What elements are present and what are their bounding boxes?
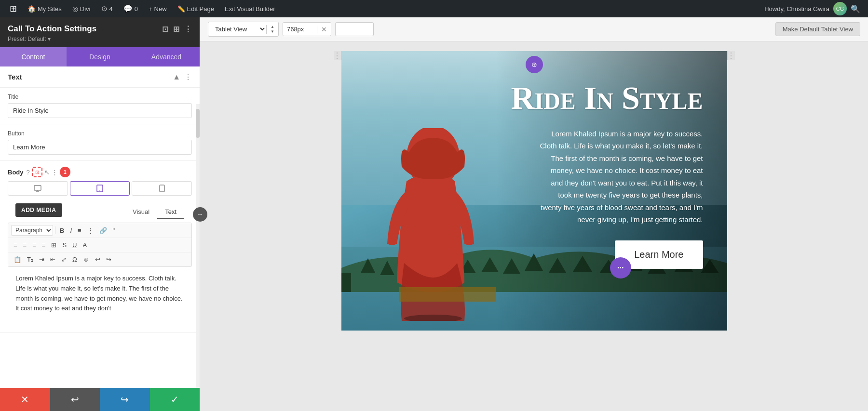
section-more-icon[interactable]: ⋮ <box>184 72 192 81</box>
divi-menu[interactable]: ◎ Divi <box>68 0 95 17</box>
exit-builder-button[interactable]: Exit Visual Builder <box>221 0 279 17</box>
new-button[interactable]: + New <box>145 0 171 17</box>
title-input[interactable] <box>8 103 192 118</box>
section-text-title: Text <box>8 73 22 81</box>
undo-editor-button[interactable]: ↩ <box>93 254 103 265</box>
body-cursor-icon[interactable]: ↖ <box>44 169 50 176</box>
width-clear-button[interactable]: ✕ <box>317 26 331 33</box>
redo-editor-button[interactable]: ↪ <box>104 254 114 265</box>
section-text-header: Text ▲ ⋮ <box>0 66 200 88</box>
editor-toolbar: Paragraph Heading 1 Heading 2 B I ≡ ⋮ 🔗 … <box>8 223 192 267</box>
outdent-button[interactable]: ⇤ <box>48 254 58 265</box>
preview-area: Tablet View Desktop View Phone View ▲ ▼ … <box>200 17 868 411</box>
color-button[interactable]: A <box>80 240 89 250</box>
tab-content[interactable]: Content <box>0 47 67 66</box>
tab-design[interactable]: Design <box>67 47 133 66</box>
strikethrough-button[interactable]: S <box>60 240 69 250</box>
panel-header-icons: ⊡ ⊞ ⋮ <box>162 25 192 34</box>
panel-menu-icon[interactable]: ⋮ <box>184 25 192 34</box>
close-button[interactable]: ✕ <box>0 388 50 411</box>
search-icon[interactable]: 🔍 <box>849 2 862 15</box>
ordered-list-button[interactable]: ⋮ <box>85 225 96 236</box>
link-button[interactable]: 🔗 <box>97 225 109 236</box>
body-help-icon[interactable]: ? <box>27 169 30 176</box>
unordered-list-button[interactable]: ≡ <box>75 225 84 236</box>
toolbar-row3: 📋 T₂ ⇥ ⇤ ⤢ Ω ☺ ↩ ↪ <box>8 252 191 266</box>
align-right-button[interactable]: ≡ <box>30 240 39 250</box>
comments-counter[interactable]: 💬 0 <box>120 0 142 17</box>
user-info: Howdy, Christina Gwira CG 🔍 <box>764 2 862 15</box>
paste-button[interactable]: 📋 <box>11 254 24 265</box>
editor-tab-text[interactable]: Text <box>157 205 184 219</box>
width-input-wrapper: ✕ <box>283 22 331 36</box>
panel-grid-icon[interactable]: ⊞ <box>173 25 179 34</box>
subscript-button[interactable]: T₂ <box>25 254 36 265</box>
height-input[interactable] <box>335 22 374 36</box>
user-avatar[interactable]: CG <box>833 2 847 15</box>
tab-advanced[interactable]: Advanced <box>133 47 200 66</box>
body-device-icon[interactable]: ⊡ <box>32 167 42 177</box>
svg-point-2 <box>99 190 100 191</box>
panel-scroll-track[interactable] <box>196 104 200 388</box>
top-indicator[interactable]: ⊕ <box>526 56 543 73</box>
device-tablet[interactable] <box>70 181 130 196</box>
make-default-button[interactable]: Make Default Tablet View <box>775 22 860 36</box>
panel-preset[interactable]: Preset: Default ▾ <box>8 36 192 42</box>
underline-button[interactable]: U <box>70 240 79 250</box>
resize-handle-right[interactable] <box>727 51 735 60</box>
undo-button[interactable]: ↩ <box>50 388 100 411</box>
align-justify-button[interactable]: ≡ <box>40 240 48 250</box>
align-left-button[interactable]: ≡ <box>11 240 20 250</box>
width-input[interactable] <box>283 23 317 36</box>
resize-handle-left[interactable] <box>334 51 341 60</box>
device-toggles <box>8 181 192 196</box>
view-select[interactable]: Tablet View Desktop View Phone View <box>208 22 266 36</box>
preview-title: Ride In Style <box>511 80 703 116</box>
panel-header: Call To Action Settings ⊡ ⊞ ⋮ Preset: De… <box>0 17 200 47</box>
toolbar-divider-1 <box>55 226 55 234</box>
device-desktop[interactable] <box>8 181 68 196</box>
title-field-group: Title <box>0 88 200 124</box>
my-sites-menu[interactable]: 🏠 My Sites <box>24 0 66 17</box>
body-badge[interactable]: 1 <box>60 167 70 177</box>
edit-page-button[interactable]: ✏️ Edit Page <box>174 0 218 17</box>
italic-button[interactable]: I <box>68 225 74 236</box>
section-text-controls: ▲ ⋮ <box>173 72 192 81</box>
preview-dots-button[interactable]: ••• <box>610 257 631 278</box>
redo-button[interactable]: ↪ <box>100 388 150 411</box>
indent-button[interactable]: ⇥ <box>37 254 47 265</box>
device-mobile[interactable] <box>132 181 192 196</box>
align-center-button[interactable]: ≡ <box>21 240 29 250</box>
body-field-section: Body ? ⊡ ↖ ⋮ 1 <box>0 161 200 333</box>
preview-frame: ⊕ Ride In Style Lorem Khaled Ipsum is a … <box>200 41 868 411</box>
body-text-area[interactable]: Lorem Khaled Ipsum is a major key to suc… <box>8 269 192 327</box>
editor-view-tabs: Visual Text <box>125 205 184 219</box>
emoji-button[interactable]: ☺ <box>81 254 92 265</box>
panel-responsive-icon[interactable]: ⊡ <box>162 25 168 34</box>
body-row: Body ? ⊡ ↖ ⋮ 1 <box>8 167 192 177</box>
wp-logo[interactable]: ⊞ <box>6 0 21 17</box>
body-more-icon[interactable]: ⋮ <box>52 169 58 176</box>
fullscreen-button[interactable]: ⤢ <box>59 254 69 265</box>
blockquote-button[interactable]: " <box>110 225 118 236</box>
add-media-button[interactable]: ADD MEDIA <box>15 203 62 217</box>
confirm-button[interactable]: ✓ <box>150 388 200 411</box>
body-icons: ? ⊡ ↖ ⋮ 1 <box>27 167 70 177</box>
bottom-action-bar: ✕ ↩ ↪ ✓ <box>0 388 200 411</box>
bold-button[interactable]: B <box>57 225 67 236</box>
post-counter[interactable]: ⊙ 4 <box>97 0 117 17</box>
panel-scroll-thumb[interactable] <box>196 109 200 138</box>
paragraph-select[interactable]: Paragraph Heading 1 Heading 2 <box>11 225 53 236</box>
view-select-arrow[interactable]: ▲ ▼ <box>266 25 278 34</box>
resize-arrow[interactable]: ↔ <box>193 207 207 222</box>
section-collapse-icon[interactable]: ▲ <box>173 73 180 81</box>
special-char-button[interactable]: Ω <box>70 254 80 265</box>
title-label: Title <box>8 93 192 100</box>
table-button[interactable]: ⊞ <box>49 240 59 250</box>
editor-tab-visual[interactable]: Visual <box>125 205 157 219</box>
preview-btn-wrapper: Learn More ••• <box>615 240 703 269</box>
panel-tabs: Content Design Advanced <box>0 47 200 66</box>
button-input[interactable] <box>8 140 192 155</box>
main-layout: Call To Action Settings ⊡ ⊞ ⋮ Preset: De… <box>0 17 868 411</box>
panel-title: Call To Action Settings ⊡ ⊞ ⋮ <box>8 24 192 34</box>
